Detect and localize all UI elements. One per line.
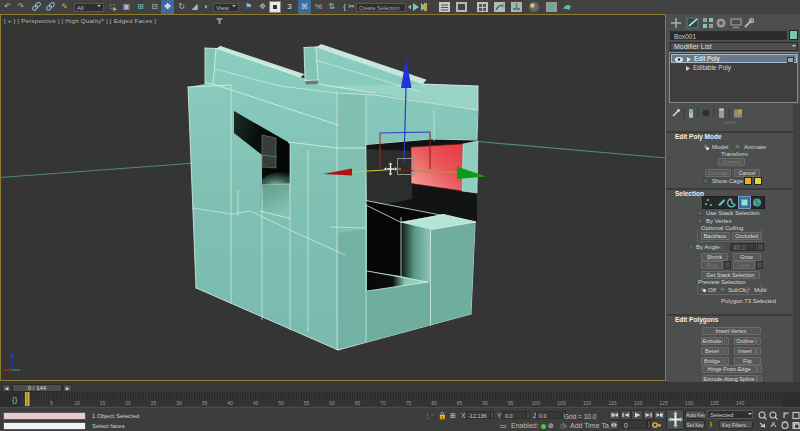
svg-text:115: 115: [609, 400, 617, 406]
svg-text:135: 135: [710, 400, 719, 406]
svg-text:50: 50: [278, 400, 284, 406]
svg-text:5: 5: [50, 400, 53, 406]
svg-text:65: 65: [355, 400, 361, 406]
svg-text:35: 35: [202, 400, 208, 406]
svg-text:95: 95: [508, 400, 514, 406]
svg-text:45: 45: [253, 400, 259, 406]
svg-text:80: 80: [431, 400, 437, 406]
svg-text:120: 120: [634, 400, 643, 406]
svg-text:55: 55: [304, 400, 310, 406]
svg-text:60: 60: [329, 400, 335, 406]
svg-text:15: 15: [100, 400, 106, 406]
svg-text:20: 20: [125, 400, 131, 406]
svg-text:25: 25: [151, 400, 157, 406]
svg-text:140: 140: [736, 400, 745, 406]
svg-text:125: 125: [659, 400, 668, 406]
svg-text:{}: {}: [12, 395, 18, 404]
svg-text:10: 10: [74, 400, 80, 406]
svg-text:90: 90: [482, 400, 488, 406]
svg-text:130: 130: [685, 400, 694, 406]
svg-text:40: 40: [227, 400, 233, 406]
svg-text:75: 75: [406, 400, 412, 406]
svg-text:105: 105: [557, 400, 566, 406]
svg-text:30: 30: [176, 400, 182, 406]
svg-text:85: 85: [457, 400, 463, 406]
svg-text:70: 70: [380, 400, 386, 406]
svg-text:110: 110: [583, 400, 591, 406]
svg-text:100: 100: [532, 400, 541, 406]
